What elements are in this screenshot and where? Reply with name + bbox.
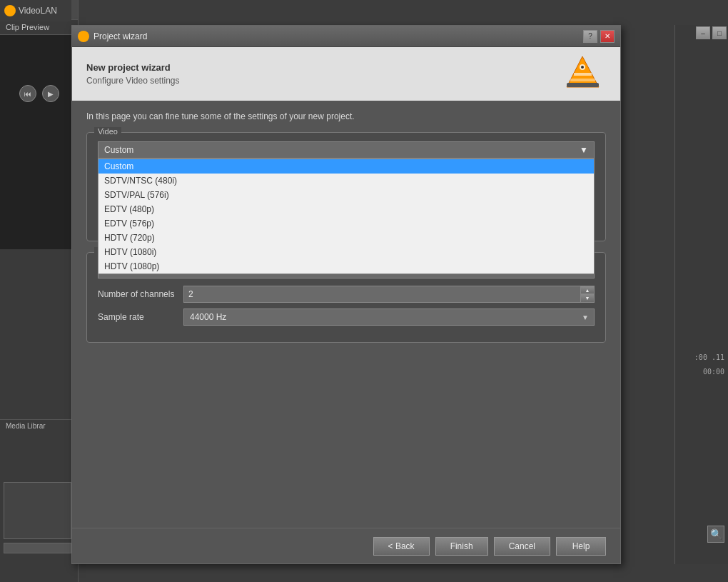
channels-label: Number of channels — [98, 289, 183, 299]
channels-down-button[interactable]: ▼ — [581, 294, 594, 302]
vlc-cone-icon — [563, 53, 606, 96]
svg-marker-1 — [80, 33, 87, 39]
minimize-button[interactable]: – — [696, 26, 710, 39]
video-option-edtv-480p[interactable]: EDTV (480p) — [98, 202, 594, 216]
window-controls: – □ — [696, 26, 727, 39]
channels-spinner[interactable]: ▲ ▼ — [183, 286, 595, 303]
video-dropdown-header[interactable]: Custom ▼ — [98, 141, 595, 159]
svg-rect-4 — [574, 73, 592, 76]
dialog-close-button[interactable]: ✕ — [600, 30, 615, 43]
preview-area — [0, 35, 78, 249]
sample-rate-label: Sample rate — [98, 312, 183, 322]
sample-rate-row: Sample rate 44000 Hz 48000 Hz 22050 Hz — [98, 308, 595, 326]
dialog-header-subtitle: Configure Video settings — [86, 76, 180, 86]
svg-rect-3 — [567, 83, 599, 87]
dialog-header-text: New project wizard Configure Video setti… — [86, 62, 180, 86]
video-option-sdtv-ntsc[interactable]: SDTV/NTSC (480i) — [98, 174, 594, 188]
zoom-button[interactable]: 🔍 — [707, 526, 724, 543]
video-option-custom[interactable]: Custom — [98, 159, 594, 174]
video-section-label: Video — [94, 127, 121, 136]
dialog-header-title: New project wizard — [86, 62, 180, 73]
right-panel: – □ :00 .11 00:00 🔍 — [674, 25, 728, 564]
media-library-label: Media Librar — [0, 419, 79, 432]
dialog-footer: < Back Finish Cancel Help — [72, 528, 620, 563]
sample-rate-dropdown[interactable]: 44000 Hz 48000 Hz 22050 Hz — [183, 308, 595, 326]
sidebar: VideoLAN Archivo Clip Preview ⏮ ▶ Media … — [0, 0, 79, 582]
back-button[interactable]: < Back — [373, 537, 430, 556]
sample-rate-wrapper[interactable]: 44000 Hz 48000 Hz 22050 Hz — [183, 308, 595, 326]
svg-marker-2 — [567, 56, 599, 87]
slider-area[interactable] — [4, 543, 71, 553]
video-option-sdtv-pal[interactable]: SDTV/PAL (576i) — [98, 188, 594, 202]
svg-rect-5 — [570, 79, 595, 81]
intro-text: In this page you can fine tune some of t… — [86, 111, 606, 121]
timestamp-top: :00 .11 — [694, 353, 724, 361]
video-dropdown-list[interactable]: Custom SDTV/NTSC (480i) SDTV/PAL (576i) … — [98, 159, 595, 274]
finish-button[interactable]: Finish — [435, 537, 488, 556]
video-dropdown-value: Custom — [104, 145, 133, 155]
channels-spinner-buttons: ▲ ▼ — [580, 286, 595, 303]
thumbnail-area — [4, 482, 71, 539]
play-button[interactable]: ▶ — [42, 85, 59, 102]
dialog-title-icon — [78, 31, 89, 42]
video-dropdown-container[interactable]: Custom ▼ Custom SDTV/NTSC (480i) SDTV/PA… — [98, 141, 595, 159]
vlc-app-icon — [4, 5, 16, 16]
channels-row: Number of channels ▲ ▼ — [98, 286, 595, 303]
dialog-title-text: Project wizard — [93, 31, 147, 41]
video-dropdown-arrow: ▼ — [580, 145, 588, 155]
dialog-titlebar: Project wizard ? ✕ — [72, 26, 620, 47]
dialog-title-buttons: ? ✕ — [583, 30, 615, 43]
app-titlebar: VideoLAN — [0, 0, 71, 21]
rewind-button[interactable]: ⏮ — [19, 85, 36, 102]
cancel-button[interactable]: Cancel — [494, 537, 550, 556]
help-button[interactable]: Help — [556, 537, 606, 556]
video-option-edtv-576p[interactable]: EDTV (576p) — [98, 216, 594, 231]
svg-point-7 — [581, 66, 584, 69]
playback-controls: ⏮ ▶ — [0, 81, 79, 106]
channels-input[interactable] — [183, 286, 580, 303]
dialog-body: In this page you can fine tune some of t… — [72, 101, 620, 364]
maximize-button[interactable]: □ — [712, 26, 727, 39]
clip-preview-label: Clip Preview — [0, 20, 78, 35]
dialog-title-left: Project wizard — [78, 31, 147, 42]
video-option-hdtv-720p[interactable]: HDTV (720p) — [98, 231, 594, 245]
svg-marker-0 — [6, 7, 14, 14]
video-section: Video Custom ▼ Custom SDTV/NTSC (480i) S… — [86, 132, 606, 241]
dialog-help-button[interactable]: ? — [583, 30, 597, 43]
timestamp-bottom: 00:00 — [703, 368, 724, 376]
video-option-hdtv-1080p[interactable]: HDTV (1080p) — [98, 259, 594, 274]
channels-up-button[interactable]: ▲ — [581, 286, 594, 294]
app-title: VideoLAN — [19, 6, 57, 16]
video-option-hdtv-1080i[interactable]: HDTV (1080i) — [98, 245, 594, 259]
dialog-header: New project wizard Configure Video setti… — [72, 47, 620, 101]
project-wizard-dialog: Project wizard ? ✕ New project wizard Co… — [71, 25, 621, 564]
